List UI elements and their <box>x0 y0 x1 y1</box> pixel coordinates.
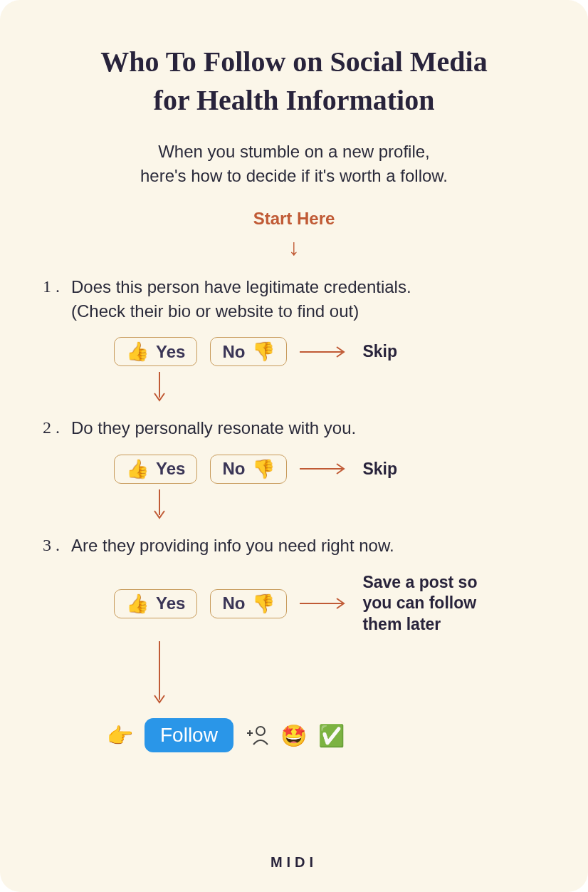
follow-button[interactable]: Follow <box>145 718 233 752</box>
svg-point-8 <box>256 727 265 735</box>
title-line-1: Who To Follow on Social Media <box>100 46 487 78</box>
title-line-2: for Health Information <box>154 84 435 116</box>
step-2: 2 . Do they personally resonate with you… <box>43 416 545 524</box>
step-2-number: 2 . <box>43 416 63 440</box>
yes-label: Yes <box>156 459 185 479</box>
arrow-down-icon <box>152 641 545 708</box>
step-1-text: 1 . Does this person have legitimate cre… <box>43 275 545 323</box>
footer-logo: MIDI <box>0 854 588 871</box>
step-3-number: 3 . <box>43 534 63 558</box>
yes-pill: 👍 Yes <box>114 589 197 618</box>
arrow-right-icon <box>300 596 350 611</box>
subtitle-line-2: here's how to decide if it's worth a fol… <box>140 166 448 185</box>
thumbs-up-icon: 👍 <box>126 341 149 363</box>
star-struck-icon: 🤩 <box>280 723 307 748</box>
step-1: 1 . Does this person have legitimate cre… <box>43 275 545 406</box>
no-pill: No 👎 <box>210 337 287 366</box>
thumbs-up-icon: 👍 <box>126 593 149 615</box>
subtitle: When you stumble on a new profile, here'… <box>43 140 545 187</box>
no-label: No <box>222 459 245 479</box>
arrow-right-icon <box>300 462 350 476</box>
step-2-decision: 👍 Yes No 👎 Skip <box>114 455 545 484</box>
step-3-body: Are they providing info you need right n… <box>71 534 545 558</box>
no-label: No <box>222 342 245 362</box>
yes-label: Yes <box>156 342 185 362</box>
no-pill: No 👎 <box>210 455 287 484</box>
step-1-number: 1 . <box>43 275 63 323</box>
no-label: No <box>222 593 245 613</box>
save-post-label: Save a post so you can follow them later <box>362 572 505 636</box>
arrow-down-icon: ↓ <box>43 234 545 261</box>
step-2-text: 2 . Do they personally resonate with you… <box>43 416 545 440</box>
yes-pill: 👍 Yes <box>114 455 197 484</box>
arrow-right-icon <box>300 345 350 359</box>
no-pill: No 👎 <box>210 589 287 618</box>
arrow-down-icon <box>152 489 545 524</box>
step-1-line-2: (Check their bio or website to find out) <box>71 301 359 321</box>
check-icon: ✅ <box>318 723 345 748</box>
page-title: Who To Follow on Social Media for Health… <box>43 43 545 120</box>
step-1-line-1: Does this person have legitimate credent… <box>71 277 411 296</box>
step-1-body: Does this person have legitimate credent… <box>71 275 545 323</box>
step-1-decision: 👍 Yes No 👎 Skip <box>114 337 545 366</box>
point-right-icon: 👉 <box>107 723 133 748</box>
thumbs-up-icon: 👍 <box>126 458 149 480</box>
skip-label: Skip <box>362 342 397 361</box>
infographic-card: Who To Follow on Social Media for Health… <box>0 0 588 892</box>
add-person-icon <box>245 723 269 747</box>
yes-label: Yes <box>156 593 185 613</box>
step-3-text: 3 . Are they providing info you need rig… <box>43 534 545 558</box>
start-here-label: Start Here <box>43 209 545 229</box>
yes-pill: 👍 Yes <box>114 337 197 366</box>
step-2-body: Do they personally resonate with you. <box>71 416 545 440</box>
thumbs-down-icon: 👎 <box>252 458 275 480</box>
follow-row: 👉 Follow 🤩 ✅ <box>107 718 545 752</box>
step-3: 3 . Are they providing info you need rig… <box>43 534 545 708</box>
step-3-decision: 👍 Yes No 👎 Save a post so you can follow… <box>114 572 545 636</box>
thumbs-down-icon: 👎 <box>252 593 275 615</box>
arrow-down-icon <box>152 372 545 406</box>
thumbs-down-icon: 👎 <box>252 341 275 363</box>
skip-label: Skip <box>362 460 397 479</box>
subtitle-line-1: When you stumble on a new profile, <box>158 142 430 161</box>
